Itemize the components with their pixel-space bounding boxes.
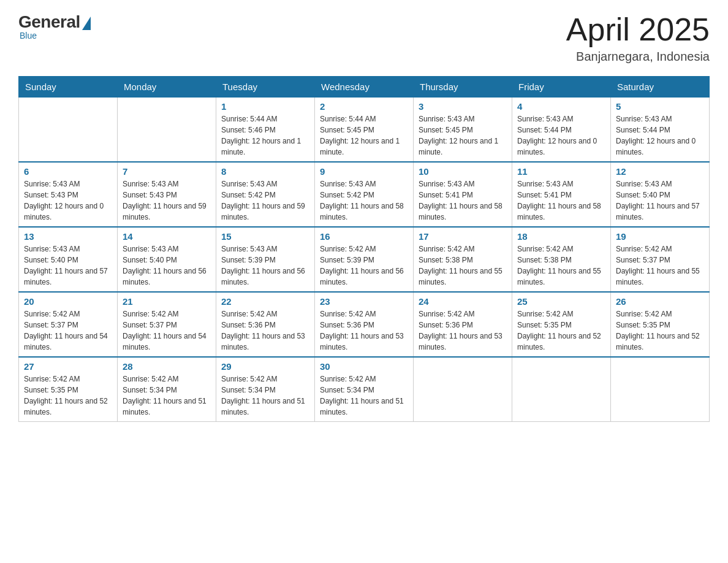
day-number: 2 (320, 101, 408, 112)
logo-triangle-icon (82, 17, 91, 30)
location-text: Banjarnegara, Indonesia (566, 50, 710, 64)
calendar-week-row: 20Sunrise: 5:42 AMSunset: 5:37 PMDayligh… (19, 292, 710, 357)
day-number: 28 (123, 361, 211, 372)
day-info: Sunrise: 5:43 AMSunset: 5:43 PMDaylight:… (24, 178, 112, 223)
calendar-table: SundayMondayTuesdayWednesdayThursdayFrid… (18, 76, 710, 422)
calendar-cell: 19Sunrise: 5:42 AMSunset: 5:37 PMDayligh… (611, 227, 710, 292)
day-number: 25 (517, 296, 605, 307)
month-title: April 2025 (566, 12, 710, 47)
day-number: 12 (616, 166, 704, 177)
day-number: 26 (616, 296, 704, 307)
day-info: Sunrise: 5:42 AMSunset: 5:36 PMDaylight:… (320, 308, 408, 353)
calendar-cell: 9Sunrise: 5:43 AMSunset: 5:42 PMDaylight… (315, 162, 414, 227)
logo-general-text: General (18, 12, 80, 32)
day-info: Sunrise: 5:42 AMSunset: 5:35 PMDaylight:… (24, 373, 112, 418)
calendar-header-monday: Monday (118, 77, 216, 98)
day-info: Sunrise: 5:42 AMSunset: 5:36 PMDaylight:… (419, 308, 507, 353)
day-number: 6 (24, 166, 112, 177)
day-info: Sunrise: 5:43 AMSunset: 5:39 PMDaylight:… (221, 243, 309, 288)
calendar-cell (611, 357, 710, 422)
day-info: Sunrise: 5:43 AMSunset: 5:40 PMDaylight:… (24, 243, 112, 288)
day-info: Sunrise: 5:42 AMSunset: 5:38 PMDaylight:… (419, 243, 507, 288)
calendar-cell: 15Sunrise: 5:43 AMSunset: 5:39 PMDayligh… (216, 227, 315, 292)
day-info: Sunrise: 5:42 AMSunset: 5:36 PMDaylight:… (221, 308, 309, 353)
calendar-cell: 6Sunrise: 5:43 AMSunset: 5:43 PMDaylight… (19, 162, 118, 227)
day-info: Sunrise: 5:43 AMSunset: 5:40 PMDaylight:… (616, 178, 704, 223)
calendar-cell: 25Sunrise: 5:42 AMSunset: 5:35 PMDayligh… (512, 292, 611, 357)
day-number: 14 (123, 231, 211, 242)
calendar-cell: 20Sunrise: 5:42 AMSunset: 5:37 PMDayligh… (19, 292, 118, 357)
day-number: 8 (221, 166, 309, 177)
title-section: April 2025 Banjarnegara, Indonesia (566, 12, 710, 64)
calendar-cell: 22Sunrise: 5:42 AMSunset: 5:36 PMDayligh… (216, 292, 315, 357)
day-number: 13 (24, 231, 112, 242)
day-number: 9 (320, 166, 408, 177)
day-number: 19 (616, 231, 704, 242)
calendar-cell: 11Sunrise: 5:43 AMSunset: 5:41 PMDayligh… (512, 162, 611, 227)
calendar-cell (118, 98, 216, 163)
calendar-week-row: 27Sunrise: 5:42 AMSunset: 5:35 PMDayligh… (19, 357, 710, 422)
day-info: Sunrise: 5:43 AMSunset: 5:40 PMDaylight:… (123, 243, 211, 288)
day-number: 27 (24, 361, 112, 372)
day-number: 1 (221, 101, 309, 112)
day-info: Sunrise: 5:43 AMSunset: 5:45 PMDaylight:… (419, 113, 507, 158)
calendar-header-friday: Friday (512, 77, 611, 98)
day-number: 10 (419, 166, 507, 177)
day-info: Sunrise: 5:42 AMSunset: 5:35 PMDaylight:… (517, 308, 605, 353)
day-number: 17 (419, 231, 507, 242)
day-info: Sunrise: 5:43 AMSunset: 5:42 PMDaylight:… (221, 178, 309, 223)
calendar-cell: 26Sunrise: 5:42 AMSunset: 5:35 PMDayligh… (611, 292, 710, 357)
calendar-cell: 27Sunrise: 5:42 AMSunset: 5:35 PMDayligh… (19, 357, 118, 422)
calendar-week-row: 13Sunrise: 5:43 AMSunset: 5:40 PMDayligh… (19, 227, 710, 292)
calendar-week-row: 1Sunrise: 5:44 AMSunset: 5:46 PMDaylight… (19, 98, 710, 163)
day-info: Sunrise: 5:42 AMSunset: 5:37 PMDaylight:… (24, 308, 112, 353)
day-number: 18 (517, 231, 605, 242)
calendar-cell: 8Sunrise: 5:43 AMSunset: 5:42 PMDaylight… (216, 162, 315, 227)
calendar-cell: 16Sunrise: 5:42 AMSunset: 5:39 PMDayligh… (315, 227, 414, 292)
calendar-cell: 30Sunrise: 5:42 AMSunset: 5:34 PMDayligh… (315, 357, 414, 422)
calendar-cell: 7Sunrise: 5:43 AMSunset: 5:43 PMDaylight… (118, 162, 216, 227)
calendar-cell: 14Sunrise: 5:43 AMSunset: 5:40 PMDayligh… (118, 227, 216, 292)
day-info: Sunrise: 5:44 AMSunset: 5:45 PMDaylight:… (320, 113, 408, 158)
day-info: Sunrise: 5:42 AMSunset: 5:34 PMDaylight:… (123, 373, 211, 418)
day-number: 15 (221, 231, 309, 242)
day-info: Sunrise: 5:42 AMSunset: 5:39 PMDaylight:… (320, 243, 408, 288)
day-info: Sunrise: 5:42 AMSunset: 5:38 PMDaylight:… (517, 243, 605, 288)
day-info: Sunrise: 5:43 AMSunset: 5:44 PMDaylight:… (517, 113, 605, 158)
calendar-cell (414, 357, 512, 422)
day-number: 5 (616, 101, 704, 112)
calendar-header-thursday: Thursday (414, 77, 512, 98)
calendar-cell: 4Sunrise: 5:43 AMSunset: 5:44 PMDaylight… (512, 98, 611, 163)
day-info: Sunrise: 5:43 AMSunset: 5:43 PMDaylight:… (123, 178, 211, 223)
day-info: Sunrise: 5:43 AMSunset: 5:41 PMDaylight:… (517, 178, 605, 223)
day-info: Sunrise: 5:42 AMSunset: 5:34 PMDaylight:… (320, 373, 408, 418)
day-info: Sunrise: 5:42 AMSunset: 5:34 PMDaylight:… (221, 373, 309, 418)
logo: General Blue (18, 12, 91, 40)
day-number: 24 (419, 296, 507, 307)
calendar-header-saturday: Saturday (611, 77, 710, 98)
day-number: 11 (517, 166, 605, 177)
calendar-cell: 3Sunrise: 5:43 AMSunset: 5:45 PMDaylight… (414, 98, 512, 163)
day-info: Sunrise: 5:42 AMSunset: 5:37 PMDaylight:… (123, 308, 211, 353)
calendar-header-tuesday: Tuesday (216, 77, 315, 98)
calendar-cell: 24Sunrise: 5:42 AMSunset: 5:36 PMDayligh… (414, 292, 512, 357)
calendar-cell (512, 357, 611, 422)
calendar-cell: 5Sunrise: 5:43 AMSunset: 5:44 PMDaylight… (611, 98, 710, 163)
calendar-cell: 2Sunrise: 5:44 AMSunset: 5:45 PMDaylight… (315, 98, 414, 163)
page-header: General Blue April 2025 Banjarnegara, In… (18, 12, 710, 64)
day-info: Sunrise: 5:44 AMSunset: 5:46 PMDaylight:… (221, 113, 309, 158)
day-number: 21 (123, 296, 211, 307)
calendar-header-row: SundayMondayTuesdayWednesdayThursdayFrid… (19, 77, 710, 98)
calendar-cell: 23Sunrise: 5:42 AMSunset: 5:36 PMDayligh… (315, 292, 414, 357)
calendar-cell: 10Sunrise: 5:43 AMSunset: 5:41 PMDayligh… (414, 162, 512, 227)
day-info: Sunrise: 5:43 AMSunset: 5:44 PMDaylight:… (616, 113, 704, 158)
day-number: 7 (123, 166, 211, 177)
day-number: 23 (320, 296, 408, 307)
day-info: Sunrise: 5:43 AMSunset: 5:42 PMDaylight:… (320, 178, 408, 223)
logo-blue-text: Blue (20, 31, 37, 40)
calendar-cell: 18Sunrise: 5:42 AMSunset: 5:38 PMDayligh… (512, 227, 611, 292)
day-info: Sunrise: 5:42 AMSunset: 5:37 PMDaylight:… (616, 243, 704, 288)
day-info: Sunrise: 5:43 AMSunset: 5:41 PMDaylight:… (419, 178, 507, 223)
calendar-cell: 17Sunrise: 5:42 AMSunset: 5:38 PMDayligh… (414, 227, 512, 292)
calendar-cell: 21Sunrise: 5:42 AMSunset: 5:37 PMDayligh… (118, 292, 216, 357)
